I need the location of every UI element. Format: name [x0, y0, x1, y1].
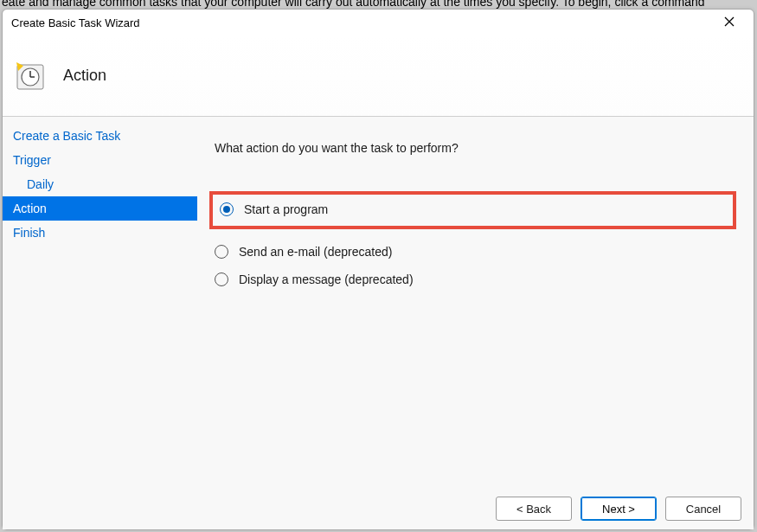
action-options: Start a program Send an e-mail (deprecat…	[215, 191, 736, 288]
option-label: Start a program	[244, 202, 328, 216]
background-window-text: eate and manage common tasks that your c…	[0, 0, 757, 9]
option-send-an-email[interactable]: Send an e-mail (deprecated)	[215, 243, 736, 260]
close-icon	[724, 16, 735, 29]
option-label: Display a message (deprecated)	[239, 272, 414, 286]
radio-icon	[215, 272, 228, 286]
radio-icon	[215, 245, 228, 259]
option-display-a-message[interactable]: Display a message (deprecated)	[215, 271, 736, 288]
window-title: Create Basic Task Wizard	[11, 16, 710, 29]
highlight-annotation: Start a program	[209, 191, 736, 229]
next-button[interactable]: Next >	[581, 497, 657, 521]
radio-icon	[220, 202, 234, 216]
wizard-body: Create a Basic Task Trigger Daily Action…	[3, 117, 754, 488]
sidebar-item-daily[interactable]: Daily	[3, 172, 197, 196]
close-button[interactable]	[710, 10, 748, 35]
titlebar: Create Basic Task Wizard	[3, 10, 754, 35]
option-start-a-program[interactable]: Start a program	[220, 202, 328, 217]
sidebar-item-trigger[interactable]: Trigger	[3, 148, 197, 172]
wizard-header: Action	[3, 35, 754, 117]
sidebar-item-finish[interactable]: Finish	[3, 221, 197, 245]
action-prompt: What action do you want the task to perf…	[215, 141, 736, 155]
task-scheduler-icon	[15, 61, 46, 92]
back-button[interactable]: < Back	[496, 497, 572, 521]
cancel-button[interactable]: Cancel	[665, 497, 741, 521]
sidebar-item-action[interactable]: Action	[3, 196, 197, 221]
wizard-content: What action do you want the task to perf…	[197, 117, 754, 488]
sidebar-item-create-basic-task[interactable]: Create a Basic Task	[3, 124, 197, 148]
option-label: Send an e-mail (deprecated)	[239, 245, 392, 259]
wizard-window: Create Basic Task Wizard Action Create a…	[2, 9, 754, 530]
wizard-sidebar: Create a Basic Task Trigger Daily Action…	[3, 117, 197, 488]
wizard-footer: < Back Next > Cancel	[3, 488, 754, 529]
page-title: Action	[63, 67, 106, 85]
